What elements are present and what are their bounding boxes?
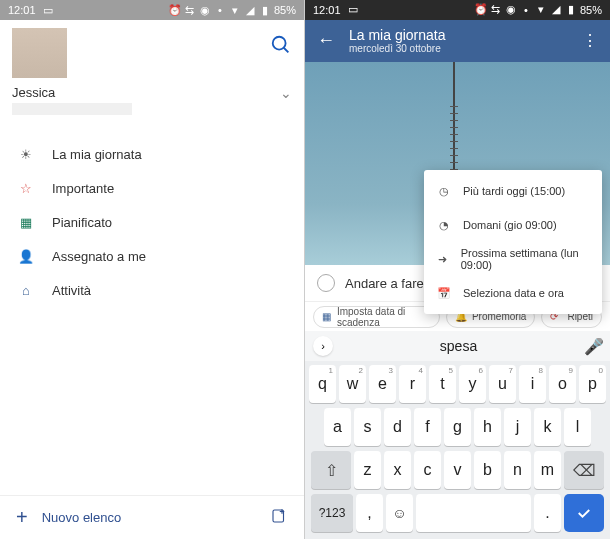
key-s[interactable]: s: [354, 408, 381, 446]
home-icon: ⌂: [18, 282, 34, 298]
key-a[interactable]: a: [324, 408, 351, 446]
key-dot[interactable]: .: [534, 494, 561, 532]
dd-label: Prossima settimana (lun 09:00): [461, 247, 590, 271]
key-x[interactable]: x: [384, 451, 411, 489]
calendar-icon: ▦: [18, 214, 34, 230]
statusbar-left: 12:01 ▭ ⏰ ⇆ ◉ • ▾ ◢ ▮ 85%: [0, 0, 304, 20]
key-backspace[interactable]: ⌫: [564, 451, 604, 489]
key-t[interactable]: 5t: [429, 365, 456, 403]
svg-point-0: [273, 37, 286, 50]
battery-icon: ▮: [259, 4, 271, 16]
add-group-button[interactable]: [270, 507, 288, 529]
key-h[interactable]: h: [474, 408, 501, 446]
key-comma[interactable]: ,: [356, 494, 383, 532]
alarm-icon: ⏰: [475, 4, 487, 16]
page-title: La mia giornata: [349, 27, 568, 43]
key-c[interactable]: c: [414, 451, 441, 489]
key-symbols[interactable]: ?123: [311, 494, 353, 532]
menu-important[interactable]: ☆ Importante: [0, 171, 304, 205]
back-button[interactable]: ←: [317, 30, 335, 51]
new-list-button[interactable]: + Nuovo elenco: [16, 506, 121, 529]
key-d[interactable]: d: [384, 408, 411, 446]
menu-assigned[interactable]: 👤 Assegnato a me: [0, 239, 304, 273]
kb-suggestion[interactable]: spesa: [341, 338, 576, 354]
chip-due-date[interactable]: ▦ Imposta data di scadenza: [313, 306, 440, 328]
key-l[interactable]: l: [564, 408, 591, 446]
battery-text: 85%: [274, 4, 296, 16]
key-enter[interactable]: [564, 494, 604, 532]
right-header: ← La mia giornata mercoledì 30 ottobre ⋮: [305, 20, 610, 62]
battery-text: 85%: [580, 4, 602, 16]
user-email-blur: [12, 103, 132, 115]
clock-later-icon: ◷: [436, 184, 451, 199]
user-row[interactable]: Jessica ⌄: [0, 85, 304, 127]
svg-line-1: [284, 48, 289, 53]
key-f[interactable]: f: [414, 408, 441, 446]
menu-label: La mia giornata: [52, 147, 142, 162]
signal-icon: ◢: [550, 4, 562, 16]
wifi-icon: ▾: [229, 4, 241, 16]
menu-tasks[interactable]: ⌂ Attività: [0, 273, 304, 307]
key-w[interactable]: 2w: [339, 365, 366, 403]
key-m[interactable]: m: [534, 451, 561, 489]
key-v[interactable]: v: [444, 451, 471, 489]
dd-later-today[interactable]: ◷ Più tardi oggi (15:00): [424, 174, 602, 208]
dd-label: Seleziona data e ora: [463, 287, 564, 299]
left-header: [0, 20, 304, 85]
dd-next-week[interactable]: ➜ Prossima settimana (lun 09:00): [424, 242, 602, 276]
key-space[interactable]: [416, 494, 531, 532]
search-icon: [270, 34, 292, 56]
key-o[interactable]: 9o: [549, 365, 576, 403]
sun-icon: ☀: [18, 146, 34, 162]
menu-my-day[interactable]: ☀ La mia giornata: [0, 137, 304, 171]
key-z[interactable]: z: [354, 451, 381, 489]
key-g[interactable]: g: [444, 408, 471, 446]
menu-planned[interactable]: ▦ Pianificato: [0, 205, 304, 239]
person-icon: 👤: [18, 248, 34, 264]
calendar-icon: ▭: [42, 4, 54, 16]
more-button[interactable]: ⋮: [582, 31, 598, 50]
key-i[interactable]: 8i: [519, 365, 546, 403]
calendar-pick-icon: 📅: [436, 286, 451, 301]
statusbar-right: 12:01 ▭ ⏰ ⇆ ◉ • ▾ ◢ ▮ 85%: [305, 0, 610, 20]
bottom-bar: + Nuovo elenco: [0, 495, 304, 539]
search-button[interactable]: [270, 28, 292, 60]
task-checkbox[interactable]: [317, 274, 335, 292]
signal-icon: ◢: [244, 4, 256, 16]
key-e[interactable]: 3e: [369, 365, 396, 403]
dot-icon: •: [520, 4, 532, 16]
key-shift[interactable]: ⇧: [311, 451, 351, 489]
kb-expand-button[interactable]: ›: [313, 336, 333, 356]
user-name: Jessica: [12, 85, 132, 100]
dd-pick-date[interactable]: 📅 Seleziona data e ora: [424, 276, 602, 310]
key-n[interactable]: n: [504, 451, 531, 489]
chip-label: Imposta data di scadenza: [337, 306, 431, 328]
add-group-icon: [270, 507, 288, 525]
key-q[interactable]: 1q: [309, 365, 336, 403]
key-emoji[interactable]: ☺: [386, 494, 413, 532]
mic-icon[interactable]: 🎤: [584, 337, 602, 356]
dd-label: Più tardi oggi (15:00): [463, 185, 565, 197]
chevron-down-icon: ⌄: [280, 85, 292, 101]
time: 12:01: [313, 4, 341, 16]
key-b[interactable]: b: [474, 451, 501, 489]
menu-label: Assegnato a me: [52, 249, 146, 264]
arrow-forward-icon: ➜: [436, 252, 449, 267]
key-j[interactable]: j: [504, 408, 531, 446]
key-r[interactable]: 4r: [399, 365, 426, 403]
menu-label: Importante: [52, 181, 114, 196]
key-y[interactable]: 6y: [459, 365, 486, 403]
reminder-dropdown: ◷ Più tardi oggi (15:00) ◔ Domani (gio 0…: [424, 170, 602, 314]
alarm-icon: ⏰: [169, 4, 181, 16]
link-icon: ⇆: [490, 4, 502, 16]
kb-suggestion-bar: › spesa 🎤: [305, 331, 610, 361]
key-k[interactable]: k: [534, 408, 561, 446]
right-phone: 12:01 ▭ ⏰ ⇆ ◉ • ▾ ◢ ▮ 85% ← La mia giorn…: [305, 0, 610, 539]
wifi-icon: ▾: [535, 4, 547, 16]
calendar-icon: ▦: [322, 311, 332, 323]
star-icon: ☆: [18, 180, 34, 196]
key-u[interactable]: 7u: [489, 365, 516, 403]
avatar[interactable]: [12, 28, 67, 78]
key-p[interactable]: 0p: [579, 365, 606, 403]
dd-tomorrow[interactable]: ◔ Domani (gio 09:00): [424, 208, 602, 242]
